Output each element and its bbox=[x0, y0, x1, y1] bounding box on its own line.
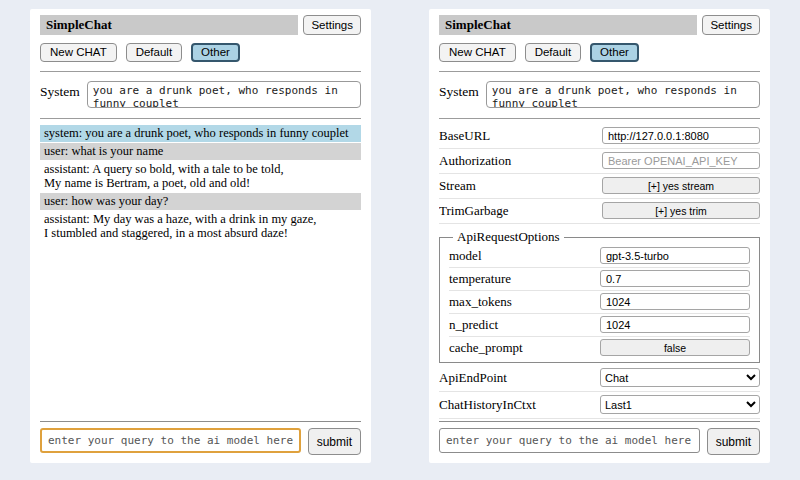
api-request-options-fieldset: ApiRequestOptions model temperature max_… bbox=[439, 229, 760, 363]
n-predict-label: n_predict bbox=[449, 317, 498, 333]
api-endpoint-select[interactable]: Chat bbox=[600, 368, 760, 387]
stream-toggle-button[interactable]: [+] yes stream bbox=[602, 177, 760, 194]
temperature-input[interactable] bbox=[600, 270, 750, 287]
submit-button[interactable]: submit bbox=[308, 428, 361, 455]
chat-message-user: user: what is your name bbox=[40, 143, 361, 160]
system-prompt-row: System you are a drunk poet, who respond… bbox=[40, 81, 361, 108]
api-endpoint-label: ApiEndPoint bbox=[439, 370, 507, 386]
api-request-options-legend: ApiRequestOptions bbox=[453, 229, 564, 245]
app-title: SimpleChat bbox=[40, 15, 298, 35]
chat-log[interactable]: system: you are a drunk poet, who respon… bbox=[40, 122, 361, 421]
setting-row-trimgarbage: TrimGarbage [+] yes trim bbox=[439, 199, 760, 224]
title-row: SimpleChat Settings bbox=[439, 15, 760, 35]
session-tab-default[interactable]: Default bbox=[525, 43, 581, 62]
setting-row-cache-prompt: cache_prompt false bbox=[449, 337, 750, 359]
settings-panel: SimpleChat Settings New CHAT Default Oth… bbox=[429, 9, 770, 463]
query-row: submit bbox=[40, 428, 361, 455]
chat-message-assistant: assistant: A query so bold, with a tale … bbox=[40, 161, 361, 192]
divider bbox=[439, 421, 760, 422]
settings-form: BaseURL Authorization Stream [+] yes str… bbox=[439, 122, 760, 421]
system-prompt-label: System bbox=[439, 81, 479, 100]
settings-button[interactable]: Settings bbox=[303, 15, 361, 35]
query-input[interactable] bbox=[439, 428, 700, 453]
setting-row-max-tokens: max_tokens bbox=[449, 291, 750, 314]
setting-row-api-endpoint: ApiEndPoint Chat bbox=[439, 365, 760, 392]
baseurl-input[interactable] bbox=[602, 127, 760, 144]
setting-row-baseurl: BaseURL bbox=[439, 124, 760, 149]
divider bbox=[40, 71, 361, 72]
baseurl-label: BaseURL bbox=[439, 128, 490, 144]
setting-row-chat-history-in-ctxt: ChatHistoryInCtxt Last1 bbox=[439, 392, 760, 419]
authorization-input[interactable] bbox=[602, 152, 760, 169]
divider bbox=[40, 118, 361, 119]
trimgarbage-toggle-button[interactable]: [+] yes trim bbox=[602, 202, 760, 219]
session-toolbar: New CHAT Default Other bbox=[40, 43, 361, 62]
settings-button[interactable]: Settings bbox=[702, 15, 760, 35]
title-row: SimpleChat Settings bbox=[40, 15, 361, 35]
model-label: model bbox=[449, 248, 482, 264]
system-prompt-label: System bbox=[40, 81, 80, 100]
query-input[interactable] bbox=[40, 428, 301, 453]
setting-row-model: model bbox=[449, 245, 750, 268]
trimgarbage-label: TrimGarbage bbox=[439, 203, 509, 219]
chat-history-in-ctxt-select[interactable]: Last1 bbox=[600, 395, 760, 414]
chat-message-assistant: assistant: My day was a haze, with a dri… bbox=[40, 211, 361, 242]
session-toolbar: New CHAT Default Other bbox=[439, 43, 760, 62]
system-prompt-input[interactable]: you are a drunk poet, who responds in fu… bbox=[87, 81, 361, 108]
query-row: submit bbox=[439, 428, 760, 455]
chat-panel: SimpleChat Settings New CHAT Default Oth… bbox=[30, 9, 371, 463]
cache-prompt-toggle-button[interactable]: false bbox=[600, 339, 750, 356]
session-tab-other[interactable]: Other bbox=[191, 43, 240, 62]
setting-row-n-predict: n_predict bbox=[449, 314, 750, 337]
setting-row-authorization: Authorization bbox=[439, 149, 760, 174]
authorization-label: Authorization bbox=[439, 153, 511, 169]
new-chat-button[interactable]: New CHAT bbox=[439, 43, 516, 62]
divider bbox=[439, 118, 760, 119]
system-prompt-row: System you are a drunk poet, who respond… bbox=[439, 81, 760, 108]
divider bbox=[40, 421, 361, 422]
cache-prompt-label: cache_prompt bbox=[449, 340, 523, 356]
chat-message-system: system: you are a drunk poet, who respon… bbox=[40, 125, 361, 142]
session-tab-other[interactable]: Other bbox=[590, 43, 639, 62]
max-tokens-input[interactable] bbox=[600, 293, 750, 310]
new-chat-button[interactable]: New CHAT bbox=[40, 43, 117, 62]
chat-history-in-ctxt-label: ChatHistoryInCtxt bbox=[439, 397, 536, 413]
divider bbox=[439, 71, 760, 72]
temperature-label: temperature bbox=[449, 271, 511, 287]
app-title: SimpleChat bbox=[439, 15, 697, 35]
chat-message-user: user: how was your day? bbox=[40, 193, 361, 210]
stream-label: Stream bbox=[439, 178, 476, 194]
max-tokens-label: max_tokens bbox=[449, 294, 512, 310]
model-input[interactable] bbox=[600, 247, 750, 264]
n-predict-input[interactable] bbox=[600, 316, 750, 333]
setting-row-temperature: temperature bbox=[449, 268, 750, 291]
setting-row-stream: Stream [+] yes stream bbox=[439, 174, 760, 199]
submit-button[interactable]: submit bbox=[707, 428, 760, 455]
session-tab-default[interactable]: Default bbox=[126, 43, 182, 62]
system-prompt-input[interactable]: you are a drunk poet, who responds in fu… bbox=[486, 81, 760, 108]
